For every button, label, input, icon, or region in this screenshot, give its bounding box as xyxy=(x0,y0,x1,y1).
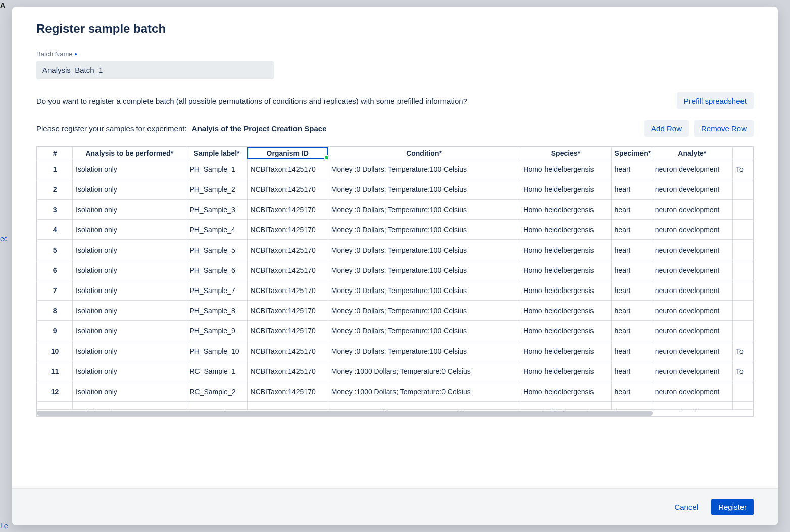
cell[interactable]: Homo heidelbergensis xyxy=(520,402,611,410)
cell[interactable] xyxy=(732,280,753,301)
cell[interactable]: PH_Sample_7 xyxy=(186,280,247,301)
cell[interactable]: Money :0 Dollars; Temperature:100 Celsiu… xyxy=(328,280,520,301)
cell[interactable]: Isolation only xyxy=(73,381,186,402)
cell[interactable]: heart xyxy=(611,260,652,280)
cell[interactable]: RC_Sample_3 xyxy=(186,402,247,410)
row-number-cell[interactable]: 4 xyxy=(37,220,73,240)
cell[interactable]: To xyxy=(732,361,753,381)
cell[interactable]: RC_Sample_2 xyxy=(186,381,247,402)
cell[interactable]: To xyxy=(732,341,753,361)
cell[interactable]: Money :0 Dollars; Temperature:100 Celsiu… xyxy=(328,240,520,260)
cell[interactable]: neuron development xyxy=(652,220,732,240)
cell[interactable]: neuron development xyxy=(652,402,732,410)
column-header[interactable]: Specimen* xyxy=(611,147,652,159)
cell[interactable]: neuron development xyxy=(652,200,732,220)
cell[interactable] xyxy=(732,200,753,220)
cell[interactable]: Isolation only xyxy=(73,260,186,280)
cell[interactable]: Homo heidelbergensis xyxy=(520,159,611,179)
cell[interactable] xyxy=(732,381,753,402)
cell[interactable]: heart xyxy=(611,179,652,200)
cell[interactable] xyxy=(732,240,753,260)
cell[interactable] xyxy=(732,260,753,280)
row-number-cell[interactable]: 13 xyxy=(37,402,73,410)
cell[interactable]: NCBITaxon:1425170 xyxy=(247,200,328,220)
cell[interactable]: PH_Sample_8 xyxy=(186,301,247,321)
column-header[interactable]: Analysis to be performed* xyxy=(73,147,186,159)
cell[interactable]: heart xyxy=(611,402,652,410)
cell[interactable]: PH_Sample_1 xyxy=(186,159,247,179)
cell[interactable]: Money :0 Dollars; Temperature:100 Celsiu… xyxy=(328,301,520,321)
cell[interactable]: Isolation only xyxy=(73,179,186,200)
cell[interactable]: Homo heidelbergensis xyxy=(520,179,611,200)
column-header[interactable]: Species* xyxy=(520,147,611,159)
cell[interactable]: heart xyxy=(611,280,652,301)
row-number-cell[interactable]: 6 xyxy=(37,260,73,280)
horizontal-scrollbar[interactable] xyxy=(37,409,753,416)
cell[interactable]: Homo heidelbergensis xyxy=(520,341,611,361)
cell[interactable]: NCBITaxon:1425170 xyxy=(247,240,328,260)
cell[interactable]: Isolation only xyxy=(73,200,186,220)
cell[interactable]: Money :1000 Dollars; Temperature:0 Celsi… xyxy=(328,381,520,402)
row-number-cell[interactable]: 12 xyxy=(37,381,73,402)
cell[interactable] xyxy=(732,220,753,240)
spreadsheet-scroll[interactable]: #Analysis to be performed*Sample label*O… xyxy=(37,147,753,409)
cell[interactable]: Homo heidelbergensis xyxy=(520,240,611,260)
cell[interactable]: NCBITaxon:1425170 xyxy=(247,341,328,361)
batch-name-input[interactable] xyxy=(36,61,274,79)
cell[interactable]: Money :0 Dollars; Temperature:100 Celsiu… xyxy=(328,200,520,220)
column-header[interactable]: Condition* xyxy=(328,147,520,159)
cell[interactable]: NCBITaxon:1425170 xyxy=(247,381,328,402)
cell[interactable]: neuron development xyxy=(652,240,732,260)
cell[interactable]: Money :0 Dollars; Temperature:100 Celsiu… xyxy=(328,260,520,280)
cell[interactable]: NCBITaxon:1425170 xyxy=(247,321,328,341)
cell[interactable]: To xyxy=(732,159,753,179)
cell[interactable]: Money :0 Dollars; Temperature:100 Celsiu… xyxy=(328,321,520,341)
cell[interactable]: neuron development xyxy=(652,159,732,179)
row-number-cell[interactable]: 7 xyxy=(37,280,73,301)
cell[interactable]: Isolation only xyxy=(73,240,186,260)
cell[interactable] xyxy=(732,402,753,410)
cell[interactable]: PH_Sample_2 xyxy=(186,179,247,200)
cell[interactable]: heart xyxy=(611,321,652,341)
cell[interactable]: Isolation only xyxy=(73,301,186,321)
cell[interactable]: Isolation only xyxy=(73,361,186,381)
cell[interactable]: neuron development xyxy=(652,361,732,381)
cell[interactable]: Isolation only xyxy=(73,321,186,341)
cell[interactable]: PH_Sample_9 xyxy=(186,321,247,341)
cell[interactable]: Isolation only xyxy=(73,280,186,301)
cell[interactable]: neuron development xyxy=(652,280,732,301)
cancel-button[interactable]: Cancel xyxy=(667,499,705,515)
cell[interactable]: heart xyxy=(611,240,652,260)
cell[interactable]: heart xyxy=(611,301,652,321)
cell[interactable]: neuron development xyxy=(652,341,732,361)
cell[interactable]: Isolation only xyxy=(73,220,186,240)
row-number-cell[interactable]: 10 xyxy=(37,341,73,361)
cell[interactable]: heart xyxy=(611,159,652,179)
row-number-cell[interactable]: 1 xyxy=(37,159,73,179)
cell[interactable]: neuron development xyxy=(652,179,732,200)
column-header[interactable]: Sample label* xyxy=(186,147,247,159)
cell[interactable]: heart xyxy=(611,341,652,361)
cell[interactable]: PH_Sample_10 xyxy=(186,341,247,361)
column-header[interactable]: Analyte* xyxy=(652,147,732,159)
cell[interactable]: Isolation only xyxy=(73,402,186,410)
row-number-cell[interactable]: 2 xyxy=(37,179,73,200)
column-header[interactable]: # xyxy=(37,147,73,159)
cell[interactable]: Isolation only xyxy=(73,341,186,361)
row-number-cell[interactable]: 5 xyxy=(37,240,73,260)
cell[interactable]: NCBITaxon:1425170 xyxy=(247,159,328,179)
cell[interactable]: Homo heidelbergensis xyxy=(520,280,611,301)
cell[interactable]: NCBITaxon:1425170 xyxy=(247,179,328,200)
cell[interactable]: NCBITaxon:1425170 xyxy=(247,260,328,280)
cell[interactable]: Money :0 Dollars; Temperature:100 Celsiu… xyxy=(328,179,520,200)
remove-row-button[interactable]: Remove Row xyxy=(694,120,754,137)
cell[interactable]: NCBITaxon:1425170 xyxy=(247,402,328,410)
register-button[interactable]: Register xyxy=(711,499,754,515)
cell[interactable]: NCBITaxon:1425170 xyxy=(247,280,328,301)
cell[interactable]: neuron development xyxy=(652,381,732,402)
cell[interactable]: RC_Sample_1 xyxy=(186,361,247,381)
cell[interactable]: neuron development xyxy=(652,260,732,280)
cell[interactable]: heart xyxy=(611,381,652,402)
cell[interactable]: Money :1000 Dollars; Temperature:0 Celsi… xyxy=(328,361,520,381)
cell[interactable]: Homo heidelbergensis xyxy=(520,220,611,240)
